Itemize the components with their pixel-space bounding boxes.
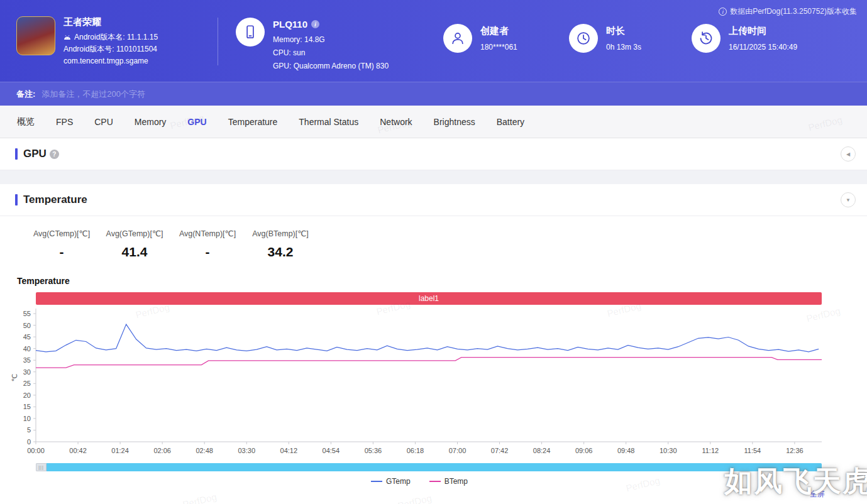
device-gpu: GPU: Qualcomm Adreno (TM) 830: [273, 60, 389, 73]
svg-text:07:00: 07:00: [449, 447, 467, 454]
section-gap: [0, 170, 867, 184]
duration-value: 0h 13m 3s: [606, 41, 641, 54]
device-model: PLQ110: [273, 19, 307, 30]
gpu-section: GPU ? ◀: [0, 138, 867, 170]
svg-text:03:30: 03:30: [238, 447, 255, 454]
info-icon: i: [719, 8, 727, 16]
svg-text:35: 35: [23, 356, 31, 364]
tab-cpu[interactable]: CPU: [84, 117, 124, 127]
collect-info: i 数据由PerfDog(11.3.250752)版本收集: [719, 6, 857, 17]
svg-text:40: 40: [23, 345, 31, 353]
svg-text:20: 20: [23, 392, 31, 399]
svg-text:09:48: 09:48: [617, 447, 635, 454]
stat-value: -: [25, 244, 98, 260]
note-label: 备注:: [16, 89, 35, 100]
svg-text:02:48: 02:48: [196, 447, 213, 454]
chart-banner: label1: [36, 292, 822, 305]
creator-value: 180****061: [480, 41, 517, 54]
svg-text:℃: ℃: [11, 374, 18, 381]
tab-battery[interactable]: Battery: [486, 117, 535, 127]
stat-gtemp: Avg(GTemp)[℃] 41.4: [98, 229, 171, 260]
svg-text:55: 55: [23, 310, 31, 317]
temperature-section-title: Temperature: [23, 194, 87, 206]
stat-label: Avg(NTemp)[℃]: [171, 229, 244, 238]
temperature-chart[interactable]: 051015202530354045505500:0000:4201:2402:…: [11, 305, 828, 462]
legend-item-btemp[interactable]: BTemp: [429, 477, 468, 486]
temperature-section: Temperature ▼ Avg(CTemp)[℃] - Avg(GTemp)…: [0, 184, 867, 486]
legend-item-gtemp[interactable]: GTemp: [371, 477, 411, 486]
svg-text:15: 15: [23, 403, 31, 410]
header-divider: [218, 18, 218, 65]
tab-overview[interactable]: 概览: [6, 116, 45, 128]
perfdog-report-page: i 数据由PerfDog(11.3.250752)版本收集 王者荣耀 Andro…: [0, 0, 867, 504]
note-bar: 备注: 添加备注，不超过200个字符: [0, 82, 867, 106]
phone-icon: [236, 18, 265, 47]
app-info-block: 王者荣耀 Android版本名: 11.1.1.15 Android版本号: 1…: [16, 0, 218, 68]
svg-text:09:06: 09:06: [575, 447, 593, 454]
stat-label: Avg(BTemp)[℃]: [244, 229, 317, 238]
help-icon[interactable]: ?: [50, 150, 59, 159]
svg-text:00:00: 00:00: [27, 447, 45, 454]
scrollbar-handle[interactable]: |||: [36, 463, 47, 471]
stat-value: 34.2: [244, 244, 317, 260]
android-version-code: Android版本号: 1101011504: [64, 43, 158, 55]
svg-text:11:54: 11:54: [744, 447, 761, 454]
history-clock-icon: [692, 24, 721, 53]
tab-memory[interactable]: Memory: [124, 117, 177, 127]
tab-thermal-status[interactable]: Thermal Status: [288, 117, 369, 127]
tab-gpu[interactable]: GPU: [177, 117, 217, 127]
svg-text:10:30: 10:30: [660, 447, 677, 454]
tab-temperature[interactable]: Temperature: [218, 117, 289, 127]
svg-text:08:24: 08:24: [533, 447, 551, 454]
chart-legend: GTempBTemp: [11, 477, 828, 486]
creator-label: 创建者: [480, 25, 517, 37]
upload-time-label: 上传时间: [729, 25, 797, 37]
gpu-section-title: GPU: [23, 148, 47, 160]
svg-text:10: 10: [23, 415, 31, 422]
legend-marker: [429, 481, 441, 482]
stat-label: Avg(CTemp)[℃]: [25, 229, 98, 238]
stat-btemp: Avg(BTemp)[℃] 34.2: [244, 229, 317, 260]
stat-value: -: [171, 244, 244, 260]
stat-label: Avg(GTemp)[℃]: [98, 229, 171, 238]
svg-text:07:42: 07:42: [491, 447, 509, 454]
stat-value: 41.4: [98, 244, 171, 260]
temperature-collapse-button[interactable]: ▼: [841, 192, 856, 207]
chart-area: label1 051015202530354045505500:0000:420…: [11, 292, 828, 486]
perfdog-watermark: PerfDog: [397, 493, 433, 504]
android-icon: [64, 35, 71, 40]
accent-bar: [15, 148, 18, 160]
svg-text:04:12: 04:12: [280, 447, 298, 454]
svg-text:02:06: 02:06: [153, 447, 171, 454]
svg-text:30: 30: [23, 368, 31, 376]
accent-bar: [15, 194, 18, 205]
report-header: i 数据由PerfDog(11.3.250752)版本收集 王者荣耀 Andro…: [0, 0, 867, 82]
legend-label: GTemp: [386, 477, 411, 486]
perfdog-watermark: PerfDog: [182, 491, 218, 504]
collect-info-text: 数据由PerfDog(11.3.250752)版本收集: [730, 6, 857, 17]
info-icon[interactable]: i: [311, 20, 319, 28]
chart-scrollbar[interactable]: |||: [36, 463, 822, 471]
app-name: 王者荣耀: [64, 16, 158, 28]
note-input[interactable]: 添加备注，不超过200个字符: [41, 89, 145, 100]
svg-text:04:54: 04:54: [323, 447, 340, 454]
legend-marker: [371, 481, 382, 482]
svg-text:0: 0: [27, 438, 31, 446]
tab-network[interactable]: Network: [369, 117, 422, 127]
creator-block: 创建者 180****061: [443, 0, 569, 54]
svg-text:00:42: 00:42: [69, 447, 87, 454]
scrollbar-fill: [47, 463, 822, 471]
svg-text:12:36: 12:36: [786, 447, 803, 454]
duration-block: 时长 0h 13m 3s: [569, 0, 692, 54]
tab-fps[interactable]: FPS: [45, 117, 84, 127]
tab-bar: 概览 FPS CPU Memory GPU Temperature Therma…: [0, 106, 867, 138]
svg-text:05:36: 05:36: [365, 447, 382, 454]
gpu-collapse-button[interactable]: ◀: [841, 146, 856, 162]
device-info-block: PLQ110 i Memory: 14.8G CPU: sun GPU: Qua…: [236, 0, 443, 73]
stat-ctemp: Avg(CTemp)[℃] -: [25, 229, 98, 260]
svg-text:06:18: 06:18: [407, 447, 424, 454]
user-icon: [443, 24, 472, 53]
fullscreen-link[interactable]: 全屏: [810, 489, 825, 500]
tab-brightness[interactable]: Brightness: [423, 117, 486, 127]
device-memory: Memory: 14.8G: [273, 33, 389, 47]
